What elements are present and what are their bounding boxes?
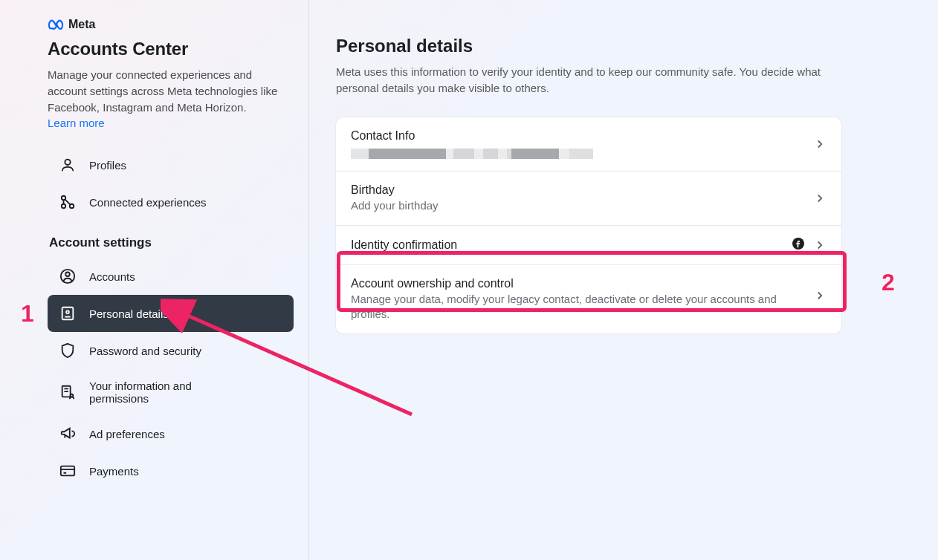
row-identity-confirmation[interactable]: Identity confirmation bbox=[336, 226, 841, 265]
page-title: Personal details bbox=[336, 36, 911, 56]
redacted-content bbox=[351, 149, 813, 159]
row-birthday[interactable]: Birthday Add your birthday bbox=[336, 172, 841, 226]
sidebar-title: Accounts Center bbox=[48, 39, 294, 59]
document-person-icon bbox=[59, 384, 76, 400]
brand-name: Meta bbox=[68, 18, 95, 31]
sidebar-item-label: Your information and permissions bbox=[89, 380, 223, 405]
row-account-ownership[interactable]: Account ownership and control Manage you… bbox=[336, 265, 841, 334]
row-title: Birthday bbox=[351, 183, 813, 197]
sidebar-item-payments[interactable]: Payments bbox=[48, 452, 294, 489]
sidebar-item-connected[interactable]: Connected experiences bbox=[48, 183, 294, 221]
sidebar-item-profiles[interactable]: Profiles bbox=[48, 146, 294, 183]
sidebar-description: Manage your connected experiences and ac… bbox=[48, 67, 294, 115]
svg-point-7 bbox=[66, 311, 69, 314]
main-content: Personal details Meta uses this informat… bbox=[309, 0, 938, 560]
sidebar-item-label: Profiles bbox=[89, 159, 126, 172]
sidebar-item-label: Password and security bbox=[89, 345, 201, 357]
row-subtitle: Add your birthday bbox=[351, 198, 813, 213]
page-description: Meta uses this information to verify you… bbox=[336, 64, 841, 97]
row-title: Account ownership and control bbox=[351, 277, 813, 290]
row-title: Contact Info bbox=[351, 129, 813, 143]
chevron-right-icon bbox=[813, 289, 827, 302]
details-card: Contact Info Birthday Add your birthday bbox=[336, 117, 841, 334]
nodes-icon bbox=[59, 194, 76, 210]
learn-more-link[interactable]: Learn more bbox=[48, 117, 105, 129]
sidebar-item-ad-preferences[interactable]: Ad preferences bbox=[48, 415, 294, 452]
sidebar-item-label: Accounts bbox=[89, 270, 135, 283]
sidebar-item-label: Payments bbox=[89, 465, 139, 478]
svg-rect-10 bbox=[61, 466, 74, 476]
sidebar: Meta Accounts Center Manage your connect… bbox=[0, 0, 309, 560]
sidebar-item-label: Personal details bbox=[89, 307, 169, 320]
sidebar-item-personal-details[interactable]: Personal details bbox=[48, 295, 294, 332]
row-subtitle: Manage your data, modify your legacy con… bbox=[351, 292, 813, 322]
svg-point-0 bbox=[65, 160, 70, 165]
sidebar-item-label: Ad preferences bbox=[89, 428, 165, 440]
sidebar-item-info-permissions[interactable]: Your information and permissions bbox=[48, 369, 294, 415]
chevron-right-icon bbox=[813, 238, 827, 252]
row-title: Identity confirmation bbox=[351, 238, 792, 252]
sidebar-item-label: Connected experiences bbox=[89, 196, 207, 209]
credit-card-icon bbox=[59, 463, 76, 479]
facebook-icon bbox=[792, 238, 804, 253]
svg-point-3 bbox=[62, 204, 66, 209]
megaphone-icon bbox=[59, 426, 76, 442]
person-icon bbox=[59, 157, 76, 173]
svg-point-5 bbox=[65, 273, 70, 277]
shield-icon bbox=[59, 342, 76, 359]
id-card-icon bbox=[59, 305, 76, 322]
chevron-right-icon bbox=[813, 137, 827, 151]
sidebar-item-accounts[interactable]: Accounts bbox=[48, 258, 294, 295]
section-heading-account-settings: Account settings bbox=[49, 235, 294, 250]
account-circle-icon bbox=[59, 268, 76, 284]
sidebar-item-password-security[interactable]: Password and security bbox=[48, 332, 294, 369]
chevron-right-icon bbox=[813, 192, 827, 205]
brand: Meta bbox=[48, 16, 294, 33]
meta-logo-icon bbox=[48, 16, 64, 33]
annotation-number-2: 2 bbox=[882, 269, 895, 296]
row-contact-info[interactable]: Contact Info bbox=[336, 117, 841, 172]
